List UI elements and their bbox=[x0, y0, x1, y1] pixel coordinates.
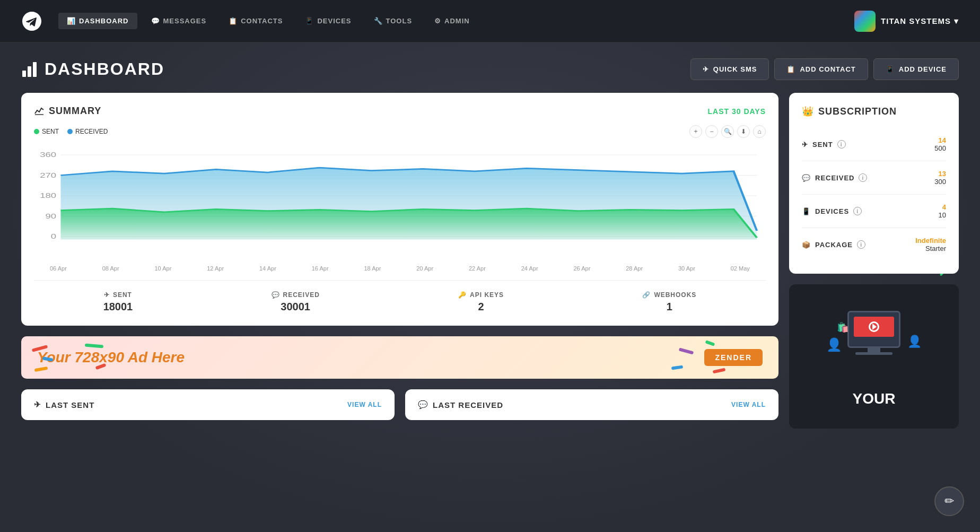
sub-package-values: Indefinite Starter bbox=[915, 237, 946, 252]
sub-sent-label: SENT bbox=[812, 141, 833, 149]
stat-received-label: RECEIVED bbox=[283, 291, 320, 299]
svg-text:0: 0 bbox=[51, 233, 57, 240]
navbar: 📊 DASHBOARD 💬 MESSAGES 📋 CONTACTS 📱 DEVI… bbox=[0, 0, 980, 42]
stat-sent-label: SENT bbox=[113, 291, 132, 299]
svg-text:180: 180 bbox=[40, 193, 56, 199]
nav-item-dashboard[interactable]: 📊 DASHBOARD bbox=[58, 13, 137, 29]
sent-dot bbox=[34, 129, 39, 134]
subscription-title: 👑 SUBSCRIPTION bbox=[802, 106, 946, 117]
stat-sent-icon: ✈ bbox=[104, 291, 110, 299]
brand-logo bbox=[854, 11, 876, 32]
x-label-7: 20 Apr bbox=[416, 265, 433, 272]
stats-row: ✈ SENT 18001 💬 RECEIVED 30001 bbox=[34, 280, 766, 313]
chart-download-button[interactable]: ⬇ bbox=[737, 125, 750, 138]
sub-sent-info[interactable]: i bbox=[837, 140, 846, 149]
device-add-icon: 📱 bbox=[886, 65, 895, 73]
add-contact-label: ADD CONTACT bbox=[800, 65, 855, 73]
ad-text: Your 728x90 Ad Here bbox=[37, 349, 185, 366]
brand-name-btn[interactable]: TITAN SYSTEMS ▾ bbox=[881, 16, 959, 26]
stat-webhooks-label: WEBHOOKS bbox=[654, 291, 696, 299]
x-label-5: 16 Apr bbox=[312, 265, 329, 272]
nav-item-admin[interactable]: ⚙ ADMIN bbox=[426, 13, 478, 29]
sub-row-sent: ✈ SENT i 14 500 bbox=[802, 128, 946, 161]
nav-item-contacts[interactable]: 📋 CONTACTS bbox=[220, 13, 291, 29]
chevron-down-icon: ▾ bbox=[954, 16, 959, 26]
quick-sms-button[interactable]: ✈ QUICK SMS bbox=[690, 58, 769, 80]
contact-add-icon: 📋 bbox=[786, 65, 795, 73]
sub-devices-info[interactable]: i bbox=[853, 207, 862, 215]
bottom-section: ✈ LAST SENT VIEW ALL 💬 LAST RECEIVED VIE… bbox=[21, 389, 778, 420]
tools-icon: 🔧 bbox=[374, 17, 383, 25]
page-title-wrap: DASHBOARD bbox=[21, 59, 164, 79]
header-actions: ✈ QUICK SMS 📋 ADD CONTACT 📱 ADD DEVICE bbox=[690, 58, 959, 80]
sub-sent-current: 14 bbox=[934, 136, 946, 144]
stat-apikeys-value: 2 bbox=[458, 301, 504, 313]
chart-zoom-reset-button[interactable]: 🔍 bbox=[721, 125, 734, 138]
summary-card: SUMMARY LAST 30 DAYS SENT RECEIVED + bbox=[21, 93, 778, 326]
add-device-label: ADD DEVICE bbox=[899, 65, 947, 73]
sub-package-max: Starter bbox=[915, 245, 946, 252]
add-contact-button[interactable]: 📋 ADD CONTACT bbox=[774, 58, 868, 80]
nav-dashboard-label: DASHBOARD bbox=[79, 17, 129, 25]
x-label-1: 08 Apr bbox=[102, 265, 119, 272]
sub-received-max: 300 bbox=[934, 178, 946, 186]
sub-devices-values: 4 10 bbox=[939, 203, 946, 219]
svg-rect-2 bbox=[33, 62, 37, 77]
chat-button[interactable]: ✏ bbox=[934, 486, 964, 516]
nav-admin-label: ADMIN bbox=[444, 17, 470, 25]
x-label-8: 22 Apr bbox=[469, 265, 486, 272]
subscription-card: 👑 SUBSCRIPTION ✈ SENT i 14 500 bbox=[789, 93, 959, 274]
last-sent-card: ✈ LAST SENT VIEW ALL bbox=[21, 389, 395, 420]
promo-card: 👤 👤 🛍️ YOUR bbox=[789, 284, 959, 429]
right-column: 👑 SUBSCRIPTION ✈ SENT i 14 500 bbox=[789, 93, 959, 429]
nav-contacts-label: CONTACTS bbox=[241, 17, 283, 25]
chart-home-button[interactable]: ⌂ bbox=[753, 125, 766, 138]
nav-right: TITAN SYSTEMS ▾ bbox=[854, 11, 959, 32]
legend-sent-label: SENT bbox=[42, 128, 59, 135]
last-received-card: 💬 LAST RECEIVED VIEW ALL bbox=[405, 389, 778, 420]
sub-devices-max: 10 bbox=[939, 211, 946, 219]
quick-sms-label: QUICK SMS bbox=[713, 65, 757, 73]
chat-icon: ✏ bbox=[944, 494, 954, 508]
nav-item-devices[interactable]: 📱 DEVICES bbox=[296, 13, 360, 29]
promo-graphic: 👤 👤 🛍️ bbox=[821, 306, 927, 380]
last-sent-icon: ✈ bbox=[34, 400, 41, 409]
x-label-11: 28 Apr bbox=[626, 265, 643, 272]
sub-received-icon: 💬 bbox=[802, 174, 811, 182]
nav-tools-label: TOOLS bbox=[386, 17, 413, 25]
promo-illustration: 👤 👤 🛍️ YOUR bbox=[800, 295, 948, 418]
last-received-view-all[interactable]: VIEW ALL bbox=[731, 401, 766, 408]
summary-header: SUMMARY LAST 30 DAYS bbox=[34, 106, 766, 117]
stat-apikeys: 🔑 API KEYS 2 bbox=[458, 291, 504, 313]
received-dot bbox=[67, 129, 73, 134]
sub-devices-current: 4 bbox=[939, 203, 946, 211]
nav-item-tools[interactable]: 🔧 TOOLS bbox=[365, 13, 421, 29]
sub-package-info[interactable]: i bbox=[857, 240, 865, 249]
x-label-10: 26 Apr bbox=[574, 265, 591, 272]
sub-received-label: RECEIVED bbox=[815, 174, 854, 182]
sub-package-icon: 📦 bbox=[802, 241, 811, 249]
sub-row-package: 📦 PACKAGE i Indefinite Starter bbox=[802, 228, 946, 261]
nav-item-messages[interactable]: 💬 MESSAGES bbox=[143, 13, 215, 29]
sub-row-received: 💬 RECEIVED i 13 300 bbox=[802, 161, 946, 195]
nav-items: 📊 DASHBOARD 💬 MESSAGES 📋 CONTACTS 📱 DEVI… bbox=[58, 13, 854, 29]
telegram-logo-icon bbox=[21, 11, 42, 32]
sub-sent-icon: ✈ bbox=[802, 141, 808, 149]
contacts-icon: 📋 bbox=[229, 17, 238, 25]
device-icon: 📱 bbox=[305, 17, 314, 25]
sub-package-current: Indefinite bbox=[915, 237, 946, 245]
sub-devices-icon: 📱 bbox=[802, 207, 811, 215]
sub-package-label: PACKAGE bbox=[815, 241, 853, 249]
sub-received-values: 13 300 bbox=[934, 170, 946, 186]
x-label-2: 10 Apr bbox=[155, 265, 172, 272]
stat-key-icon: 🔑 bbox=[458, 291, 467, 299]
chart-zoom-in-button[interactable]: + bbox=[689, 125, 702, 138]
svg-rect-1 bbox=[28, 66, 31, 77]
last-sent-view-all[interactable]: VIEW ALL bbox=[347, 401, 382, 408]
x-label-0: 06 Apr bbox=[50, 265, 67, 272]
chart-zoom-out-button[interactable]: − bbox=[705, 125, 718, 138]
sub-received-info[interactable]: i bbox=[859, 173, 867, 182]
add-device-button[interactable]: 📱 ADD DEVICE bbox=[873, 58, 959, 80]
last30-label: LAST 30 DAYS bbox=[707, 107, 766, 116]
brand-name-label: TITAN SYSTEMS bbox=[881, 16, 951, 25]
